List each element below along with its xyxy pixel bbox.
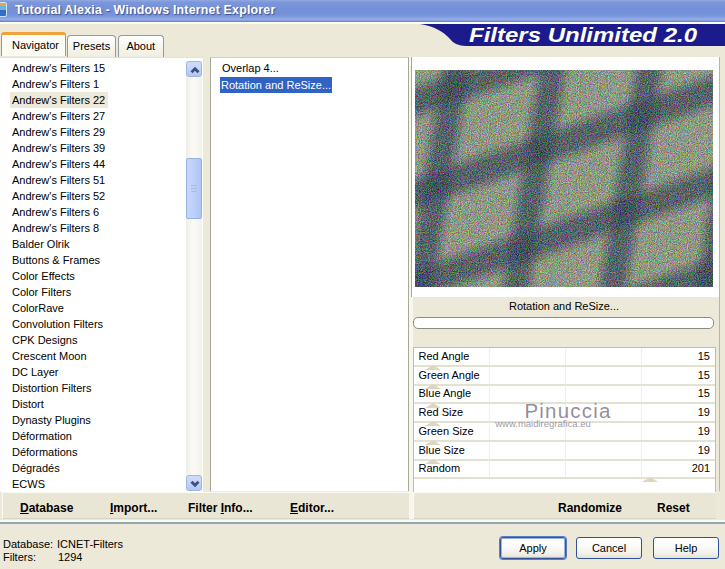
svg-text:Filters Unlimited 2.0: Filters Unlimited 2.0 (469, 24, 697, 46)
